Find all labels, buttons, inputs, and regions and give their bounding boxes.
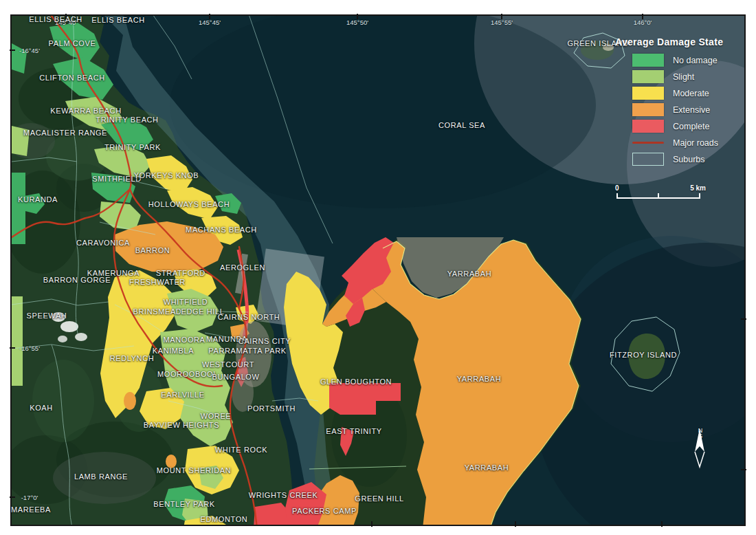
place-label-freshwater: FRESHWATER [129, 278, 186, 286]
legend-key-extensive [632, 103, 664, 116]
place-label-kewarra-beach: KEWARRA BEACH [50, 107, 121, 115]
latitude-tick [10, 347, 15, 349]
scale-max-label: 5 km [690, 184, 706, 192]
legend-key-moderate [632, 87, 664, 100]
legend-label-moderate: Moderate [673, 89, 709, 98]
latitude-tick-right [741, 469, 746, 470]
legend-items: No damageSlightModerateExtensiveComplete… [615, 54, 753, 166]
place-label-ellis-beach: ELLIS BEACH [91, 16, 145, 24]
scale-bar: 0 5 km [616, 184, 700, 202]
north-arrow: N S [689, 427, 711, 490]
place-label-portsmith: PORTSMITH [247, 404, 296, 413]
place-label-ellis-beach: ELLIS BEACH [29, 15, 82, 23]
place-label-barron: BARRON [135, 246, 170, 254]
place-label-westcourt: WESTCOURT [202, 360, 254, 369]
place-label-yarrabah: YARRABAH [447, 270, 492, 278]
place-label-kanimbla: KANIMBLA [153, 347, 194, 355]
legend-label-slight: Slight [673, 72, 694, 82]
place-label-bayview-heights: BAYVIEW HEIGHTS [144, 421, 219, 429]
longitude-tick [501, 14, 502, 19]
place-label-stratford: STRATFORD [156, 269, 205, 277]
legend-item-moderate: Moderate [615, 87, 753, 100]
legend-item-suburbs: Suburbs [615, 153, 753, 166]
place-label-redlynch: REDLYNCH [110, 354, 155, 362]
legend-key-slight [632, 70, 664, 83]
place-label-edmonton: EDMONTON [201, 515, 248, 523]
longitude-label: 145°50' [346, 19, 368, 26]
place-label-palm-cove: PALM COVE [49, 39, 96, 47]
place-label-machans-beach: MACHANS BEACH [186, 226, 257, 234]
place-label-mareeba: MAREEBA [11, 505, 51, 514]
latitude-label: -16°55' [19, 345, 40, 352]
legend-item-no-damage: No damage [615, 54, 753, 67]
place-label-macalister-range: MACALISTER RANGE [23, 129, 107, 137]
place-label-parramatta-park: PARRAMATTA PARK [208, 347, 286, 355]
scale-tick [616, 193, 618, 199]
latitude-tick [10, 496, 15, 498]
place-label-coral-sea: CORAL SEA [438, 121, 485, 129]
legend-key-suburbs [632, 153, 664, 166]
place-label-woree: WOREE [201, 412, 232, 420]
scale-tick [658, 193, 659, 199]
place-label-caravonica: CARAVONICA [76, 239, 130, 247]
place-label-lamb-range: LAMB RANGE [74, 472, 128, 481]
place-label-mount-sheridan: MOUNT SHERIDAN [157, 466, 231, 474]
place-label-white-rock: WHITE ROCK [215, 446, 267, 454]
latitude-label: -16°45' [19, 47, 40, 54]
legend-label-extensive: Extensive [673, 105, 710, 115]
place-label-east-trinity: EAST TRINITY [326, 427, 381, 435]
place-label-yorkeys-knob: YORKEYS KNOB [134, 171, 199, 179]
longitude-tick-bottom [515, 521, 516, 527]
legend-label-no-damage: No damage [673, 56, 718, 65]
place-label-brinsmead: BRINSMEAD [133, 307, 182, 316]
place-label-mooroobool: MOOROOBOOL [157, 370, 218, 378]
place-label-yarrabah: YARRABAH [465, 463, 509, 472]
north-arrow-icon [689, 427, 710, 470]
place-label-packers-camp: PACKERS CAMP [292, 507, 357, 515]
place-label-earlville: EARLVILLE [161, 391, 204, 399]
place-label-holloways-beach: HOLLOWAYS BEACH [148, 200, 230, 208]
legend-label-complete: Complete [673, 122, 710, 131]
legend-item-extensive: Extensive [615, 103, 753, 116]
place-label-cairns-city: CAIRNS CITY [238, 337, 291, 345]
place-label-cairns-north: CAIRNS NORTH [218, 313, 280, 321]
longitude-label: 146°0' [634, 19, 652, 26]
longitude-label: 145°45' [199, 19, 221, 26]
longitude-tick [357, 14, 358, 19]
scale-tick [699, 193, 700, 199]
legend-item-complete: Complete [615, 120, 753, 133]
longitude-tick [642, 14, 643, 19]
legend-item-slight: Slight [615, 70, 753, 83]
legend-key-complete [632, 120, 664, 133]
longitude-tick [209, 14, 210, 19]
place-label-speewah: SPEEWAH [27, 312, 67, 320]
place-label-wrights-creek: WRIGHTS CREEK [249, 491, 318, 499]
legend-label-suburbs: Suburbs [673, 155, 705, 164]
latitude-tick-right [741, 318, 746, 320]
place-label-bungalow: BUNGALOW [212, 373, 260, 381]
place-label-manoora: MANOORA [163, 336, 205, 344]
legend-item-major-roads: Major roads [615, 136, 753, 149]
legend-title: Average Damage State [615, 36, 753, 47]
place-label-green-hill: GREEN HILL [355, 494, 403, 503]
legend-key-no-damage [632, 54, 664, 67]
place-label-clifton-beach: CLIFTON BEACH [39, 74, 105, 82]
place-label-glen-boughton: GLEN BOUGHTON [320, 378, 392, 386]
legend-key-major-roads [632, 142, 664, 144]
longitude-label: 145°55' [491, 19, 513, 26]
legend-label-major-roads: Major roads [673, 138, 718, 148]
place-label-trinity-beach: TRINITY BEACH [96, 116, 158, 124]
longitude-tick [65, 14, 67, 19]
place-label-whitfield: WHITFIELD [164, 298, 208, 306]
place-label-kuranda: KURANDA [18, 195, 58, 204]
map-canvas: ELLIS BEACHELLIS BEACHPALM COVECLIFTON B… [10, 14, 746, 526]
place-label-aeroglen: AEROGLEN [220, 263, 265, 272]
place-label-koah: KOAH [30, 404, 53, 412]
place-label-fitzroy-island: FITZROY ISLAND [610, 351, 677, 359]
place-label-trinity-park: TRINITY PARK [104, 143, 161, 151]
scale-zero-label: 0 [615, 184, 619, 192]
longitude-tick-bottom [371, 521, 373, 527]
latitude-label: -17°0' [21, 494, 38, 501]
map-figure-page: ELLIS BEACHELLIS BEACHPALM COVECLIFTON B… [0, 0, 756, 535]
longitude-tick-bottom [661, 521, 663, 527]
